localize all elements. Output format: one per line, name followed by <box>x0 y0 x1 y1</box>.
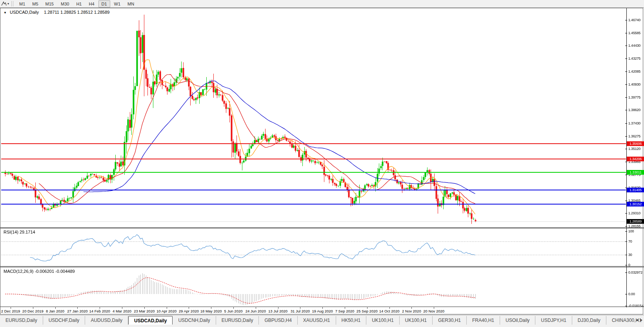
toolbar-dropdown-caret-icon[interactable]: ▾ <box>7 2 9 5</box>
rsi-axis-label: 100 <box>628 229 644 233</box>
price-axis-label: 1.36275 <box>628 134 644 138</box>
price-axis-label: 1.46740 <box>628 18 644 22</box>
macd-indicator-label: MACD(12,26,9) -0.006201 -0.004489 <box>4 269 75 274</box>
chart-cursor-icon[interactable] <box>1 1 7 6</box>
price-axis-tick <box>625 20 627 20</box>
date-axis-tick <box>411 307 412 309</box>
price-axis-label: 1.38620 <box>628 108 644 112</box>
date-axis-tick <box>345 307 345 309</box>
panel-divider-rsi-macd[interactable] <box>0 266 644 267</box>
date-axis-tick <box>11 307 11 309</box>
price-line-tag-support: 1.31405 <box>627 188 644 192</box>
price-axis-tick <box>625 162 627 162</box>
price-axis-tick <box>625 97 627 98</box>
date-axis-tick <box>77 307 78 309</box>
panel-divider-main-rsi[interactable] <box>0 227 644 228</box>
timeframe-button-w1[interactable]: W1 <box>111 0 124 7</box>
date-axis-tick <box>367 307 367 309</box>
price-axis-tick <box>625 123 627 124</box>
macd-axis-tick <box>625 272 627 273</box>
chart-tab-gbpusd-h4[interactable]: GBPUSD,H4 <box>259 316 297 325</box>
chart-tab-fra40-h1[interactable]: FRA40,H1 <box>467 316 500 325</box>
date-axis-tick <box>189 307 189 309</box>
rsi-axis-label: 30 <box>628 253 644 257</box>
timeframe-button-h1[interactable]: H1 <box>73 0 85 7</box>
price-axis-tick <box>625 71 627 72</box>
chart-tab-usoil-daily[interactable]: USOil,Daily <box>500 316 535 325</box>
chart-tab-usdchf-daily[interactable]: USDCHF,Daily <box>43 316 86 325</box>
chart-tab-dj30-daily[interactable]: DJ30,Daily <box>572 316 606 325</box>
price-axis-tick <box>625 33 627 33</box>
timeframe-buttons: M1M5M15M30H1H4D1W1MN <box>16 0 138 7</box>
date-axis-tick <box>167 307 167 309</box>
price-axis-label: 1.40930 <box>628 82 644 86</box>
chart-tab-usdjpy-h1[interactable]: USDJPY,H1 <box>535 316 572 325</box>
date-axis-tick <box>256 307 256 309</box>
timeframe-button-m15[interactable]: M15 <box>42 0 57 7</box>
price-line-tag-resistance: 1.34206 <box>627 157 644 161</box>
chart-tab-eurusd-daily[interactable]: EURUSD,Daily <box>216 316 259 325</box>
chart-tab-hk50-h1[interactable]: HK50,H1 <box>336 316 367 325</box>
chart-tab-usdcnh-daily[interactable]: USDCNH,Daily <box>173 316 216 325</box>
current-price-tag: 1.28589 <box>627 219 644 224</box>
macd-axis-label: 0.032972 <box>628 270 644 274</box>
timeframe-button-mn[interactable]: MN <box>124 0 137 7</box>
macd-indicator-canvas[interactable] <box>1 267 626 307</box>
chart-tab-uk100-h1[interactable]: UK100,H1 <box>400 316 433 325</box>
macd-axis-tick <box>625 294 627 294</box>
chart-tab-audusd-daily[interactable]: AUDUSD,Daily <box>85 316 128 325</box>
timeframe-button-d1[interactable]: D1 <box>98 0 110 7</box>
timeframe-button-h4[interactable]: H4 <box>86 0 97 7</box>
price-axis-label: 1.37430 <box>628 121 644 125</box>
price-axis-label: 1.45585 <box>628 31 644 35</box>
price-axis-label: 1.42085 <box>628 69 644 73</box>
chart-tab-usdcad-daily[interactable]: USDCAD,Daily <box>128 316 173 325</box>
price-axis-tick <box>625 84 627 85</box>
date-axis-tick <box>233 307 234 309</box>
price-axis-label: 1.44430 <box>628 44 644 47</box>
chart-tab-xauusd-h1[interactable]: XAUUSD,H1 <box>298 316 336 325</box>
chart-tab-eurusd-daily[interactable]: EURUSD,Daily <box>0 316 43 325</box>
date-axis-tick <box>122 307 122 309</box>
rsi-axis-tick <box>625 231 627 232</box>
date-axis-tick <box>434 307 434 309</box>
price-line-tag-resistance: 1.35606 <box>627 141 644 146</box>
timeframe-button-m1[interactable]: M1 <box>16 0 28 7</box>
toolbar-grip-handle[interactable] <box>11 1 13 6</box>
price-axis-label: 1.35120 <box>628 147 644 151</box>
macd-axis-label: 0.00 <box>628 292 644 296</box>
rsi-axis-tick <box>625 255 627 255</box>
tab-scroll-right-icon[interactable]: ▸ <box>640 318 642 322</box>
price-axis-tick <box>625 175 627 175</box>
price-axis-tick <box>625 201 627 201</box>
price-axis-tick <box>625 136 627 137</box>
tab-scroll-arrows: ◂ ▸ <box>635 318 643 322</box>
date-axis-tick <box>300 307 300 309</box>
tab-scroll-left-icon[interactable]: ◂ <box>636 318 638 322</box>
mt4-terminal: ▾ M1M5M15M30H1H4D1W1MN ▼ USDCAD,Daily 1.… <box>0 0 644 327</box>
rsi-indicator-label: RSI(14) 29.1714 <box>4 230 35 234</box>
rsi-indicator-canvas[interactable] <box>1 229 626 266</box>
main-price-chart-canvas[interactable] <box>1 9 626 228</box>
price-axis-label: 1.29310 <box>628 211 644 215</box>
date-axis-label: 20 Nov 2020 <box>417 309 450 313</box>
price-axis-tick <box>625 58 627 59</box>
price-axis-tick <box>625 213 627 214</box>
rsi-axis-tick <box>625 241 627 242</box>
chart-tab-ger30-h1[interactable]: GER30,H1 <box>433 316 467 325</box>
timeframe-button-m5[interactable]: M5 <box>29 0 41 7</box>
rsi-axis-label: 70 <box>628 239 644 243</box>
price-line-tag-support: 1.30152 <box>627 202 644 206</box>
date-axis-tick <box>100 307 100 309</box>
chart-tabs: EURUSD,DailyUSDCHF,DailyAUDUSD,DailyUSDC… <box>0 316 644 325</box>
price-axis-tick <box>625 226 627 227</box>
timeframe-button-m30[interactable]: M30 <box>58 0 72 7</box>
date-axis-tick <box>55 307 56 309</box>
price-axis-label: 1.43275 <box>628 57 644 60</box>
chart-window: ▼ USDCAD,Daily 1.28711 1.28825 1.28512 1… <box>0 8 643 314</box>
chart-tab-uk100-h1[interactable]: UK100,H1 <box>366 316 399 325</box>
date-axis-tick <box>322 307 323 309</box>
date-axis-tick <box>211 307 211 309</box>
price-line-tag-level: 1.33011 <box>627 170 644 175</box>
price-axis-tick <box>625 110 627 110</box>
